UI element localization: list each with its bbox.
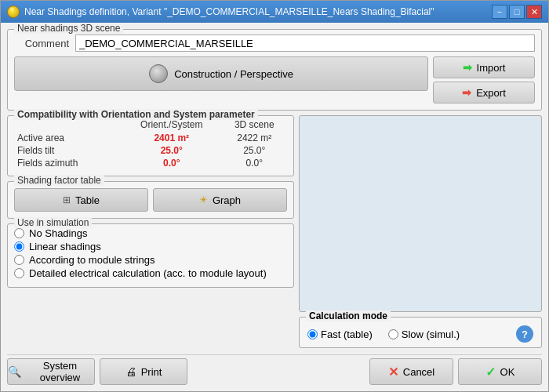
compat-group: Compatibility with Orientation and Syste… bbox=[7, 115, 294, 176]
printer-icon: 🖨 bbox=[125, 365, 136, 378]
import-export-col: ➡ Import ➡ Export bbox=[433, 56, 535, 103]
comment-label: Comment bbox=[14, 38, 69, 49]
preview-area bbox=[299, 115, 542, 312]
row-active-area-val2: 2422 m² bbox=[221, 132, 287, 144]
main-content: Near shadings 3D scene Comment Construct… bbox=[1, 23, 548, 391]
graph-btn-label: Graph bbox=[213, 194, 241, 206]
ok-label: OK bbox=[500, 366, 515, 378]
row-azimuth-label: Fields azimuth bbox=[14, 157, 122, 169]
slow-label: Slow (simul.) bbox=[402, 328, 460, 340]
table-btn-label: Table bbox=[75, 194, 100, 206]
radio-detailed[interactable] bbox=[14, 268, 24, 278]
fast-label: Fast (table) bbox=[321, 328, 373, 340]
radio-no-shadings[interactable] bbox=[14, 228, 24, 238]
calc-mode-label: Calculation mode bbox=[306, 310, 391, 321]
fast-option[interactable]: Fast (table) bbox=[307, 328, 373, 340]
perspective-import-row: Construction / Perspective ➡ Import ➡ Ex… bbox=[14, 56, 535, 103]
radio-row-linear: Linear shadings bbox=[14, 241, 287, 252]
radio-module-strings-label: According to module strings bbox=[29, 254, 155, 266]
import-arrow-icon: ➡ bbox=[463, 61, 472, 74]
cancel-x-icon: ✕ bbox=[388, 365, 398, 379]
calc-mode-group: Calculation mode Fast (table) Slow (simu… bbox=[299, 317, 542, 348]
compat-col1-header: Orient./System bbox=[122, 119, 221, 132]
graph-button[interactable]: ☀ Graph bbox=[153, 188, 287, 212]
radio-row-no-shadings: No Shadings bbox=[14, 227, 287, 239]
perspective-button[interactable]: Construction / Perspective bbox=[14, 56, 428, 91]
calc-options: Fast (table) Slow (simul.) ? bbox=[307, 325, 533, 343]
table-icon: ⊞ bbox=[63, 194, 71, 205]
overview-label: System overview bbox=[26, 360, 94, 383]
footer-spacer bbox=[192, 358, 365, 385]
import-label: Import bbox=[477, 62, 506, 74]
slow-option[interactable]: Slow (simul.) bbox=[388, 328, 460, 340]
scene-group: Near shadings 3D scene Comment Construct… bbox=[7, 29, 542, 111]
compat-col2-header: 3D scene bbox=[221, 119, 287, 132]
table-row: Active area 2401 m² 2422 m² bbox=[14, 132, 287, 144]
footer-right: ✕ Cancel ✓ OK bbox=[369, 358, 542, 385]
titlebar-controls: − □ ✕ bbox=[492, 5, 542, 19]
simulation-group-label: Use in simulation bbox=[14, 217, 92, 228]
close-button[interactable]: ✕ bbox=[526, 5, 542, 19]
middle-row: Compatibility with Orientation and Syste… bbox=[7, 115, 542, 348]
radio-no-shadings-label: No Shadings bbox=[29, 227, 87, 239]
footer-bar: 🔍 System overview 🖨 Print ✕ Cancel ✓ OK bbox=[7, 354, 542, 385]
comment-input[interactable] bbox=[75, 34, 535, 52]
overview-button[interactable]: 🔍 System overview bbox=[7, 358, 95, 385]
maximize-button[interactable]: □ bbox=[509, 5, 525, 19]
radio-linear-shadings[interactable] bbox=[14, 241, 24, 252]
shading-buttons: ⊞ Table ☀ Graph bbox=[14, 188, 287, 212]
export-button[interactable]: ➡ Export bbox=[433, 82, 535, 103]
shading-group: Shading factor table ⊞ Table ☀ Graph bbox=[7, 181, 294, 219]
compat-group-label: Compatibility with Orientation and Syste… bbox=[14, 109, 258, 120]
radio-row-module-strings: According to module strings bbox=[14, 254, 287, 266]
perspective-btn-label: Construction / Perspective bbox=[174, 68, 293, 80]
table-row: Fields tilt 25.0° 25.0° bbox=[14, 144, 287, 157]
simulation-group: Use in simulation No Shadings Linear sha… bbox=[7, 223, 294, 288]
titlebar-left: Near Shadings definition, Variant "_DEMO… bbox=[7, 5, 434, 18]
radio-row-detailed: Detailed electrical calculation (acc. to… bbox=[14, 267, 287, 279]
right-column: Calculation mode Fast (table) Slow (simu… bbox=[299, 115, 542, 348]
graph-icon: ☀ bbox=[199, 194, 208, 205]
overview-icon: 🔍 bbox=[8, 365, 21, 378]
scene-group-label: Near shadings 3D scene bbox=[14, 23, 123, 34]
cancel-button[interactable]: ✕ Cancel bbox=[369, 358, 453, 385]
compat-table: Orient./System 3D scene Active area 2401… bbox=[14, 119, 287, 169]
ok-button[interactable]: ✓ OK bbox=[458, 358, 542, 385]
import-button[interactable]: ➡ Import bbox=[433, 56, 535, 78]
row-azimuth-val1: 0.0° bbox=[122, 157, 221, 169]
row-azimuth-val2: 0.0° bbox=[221, 157, 287, 169]
table-row: Fields azimuth 0.0° 0.0° bbox=[14, 157, 287, 169]
row-tilt-val1: 25.0° bbox=[122, 144, 221, 157]
left-column: Compatibility with Orientation and Syste… bbox=[7, 115, 294, 348]
help-button[interactable]: ? bbox=[516, 325, 533, 343]
row-tilt-label: Fields tilt bbox=[14, 144, 122, 157]
table-button[interactable]: ⊞ Table bbox=[14, 188, 148, 212]
window-title: Near Shadings definition, Variant "_DEMO… bbox=[24, 6, 434, 17]
row-active-area-val1: 2401 m² bbox=[122, 132, 221, 144]
minimize-button[interactable]: − bbox=[492, 5, 507, 19]
sphere-icon bbox=[149, 64, 168, 83]
print-label: Print bbox=[141, 366, 162, 378]
ok-check-icon: ✓ bbox=[485, 365, 496, 379]
app-icon bbox=[7, 5, 20, 18]
cancel-label: Cancel bbox=[403, 366, 434, 378]
radio-fast[interactable] bbox=[307, 329, 318, 339]
shading-group-label: Shading factor table bbox=[14, 175, 104, 186]
row-tilt-val2: 25.0° bbox=[221, 144, 287, 157]
radio-slow[interactable] bbox=[388, 329, 398, 339]
main-window: Near Shadings definition, Variant "_DEMO… bbox=[0, 0, 549, 392]
radio-detailed-label: Detailed electrical calculation (acc. to… bbox=[29, 267, 267, 279]
titlebar: Near Shadings definition, Variant "_DEMO… bbox=[1, 1, 548, 23]
comment-row: Comment bbox=[14, 34, 535, 52]
print-button[interactable]: 🖨 Print bbox=[100, 358, 187, 385]
export-label: Export bbox=[476, 87, 506, 99]
radio-linear-shadings-label: Linear shadings bbox=[29, 241, 101, 252]
row-active-area-label: Active area bbox=[14, 132, 122, 144]
radio-module-strings[interactable] bbox=[14, 255, 24, 265]
export-arrow-icon: ➡ bbox=[462, 86, 471, 99]
